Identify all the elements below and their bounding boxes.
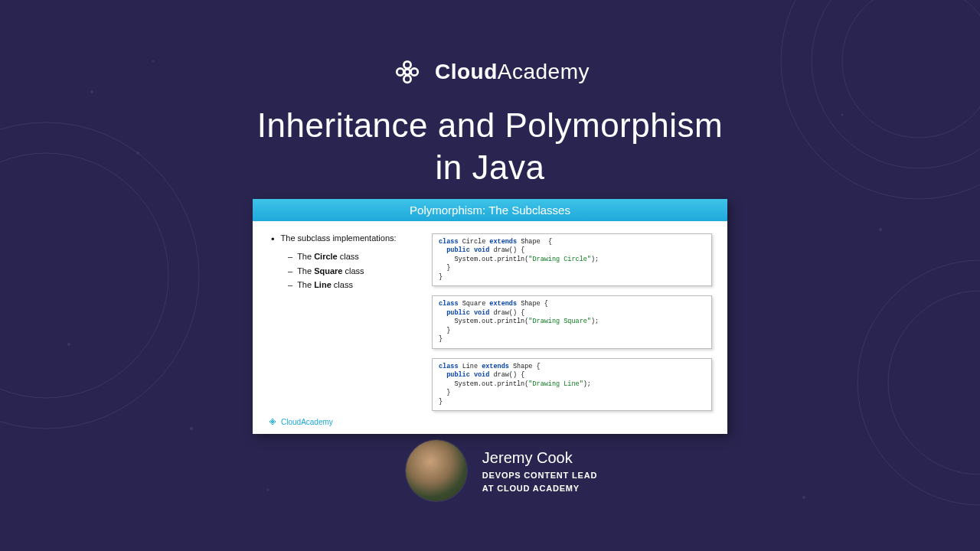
svg-point-9 [67,343,70,346]
svg-point-7 [90,90,93,93]
svg-point-19 [397,68,403,75]
svg-point-21 [272,419,274,421]
svg-point-20 [404,69,410,74]
cloud-academy-logo-icon [390,55,424,89]
svg-point-16 [403,61,410,68]
svg-point-24 [270,421,272,423]
svg-point-10 [190,427,193,430]
code-box-circle: class Circle extends Shape { public void… [432,233,712,286]
slide-header: Polymorphism: The Subclasses [253,199,727,221]
svg-point-25 [272,421,273,422]
svg-point-12 [879,228,882,231]
bullet-sub-line: –The Line class [271,278,416,292]
author-role-line2: AT CLOUD ACADEMY [482,483,597,494]
author-avatar [406,440,467,501]
svg-point-17 [411,68,418,75]
bullet-main: • The subclass implementations: [271,233,416,245]
author-role-line1: DEVOPS CONTENT LEAD [482,470,597,481]
bullet-sub-square: –The Square class [271,264,416,279]
slide-footer-brand: CloudAcademy [268,417,333,426]
author-info: Jeremy Cook DEVOPS CONTENT LEAD AT CLOUD… [482,447,597,495]
author-name: Jeremy Cook [482,447,597,468]
svg-point-6 [0,153,168,398]
slide-body: • The subclass implementations: –The Cir… [253,221,727,434]
slide-code-column: class Circle extends Shape { public void… [432,233,712,411]
embedded-slide: Polymorphism: The Subclasses • The subcl… [253,199,727,434]
author-byline: Jeremy Cook DEVOPS CONTENT LEAD AT CLOUD… [0,440,980,501]
course-title: Inheritance and Polymorphism in Java [0,104,980,188]
svg-point-23 [272,422,274,425]
svg-point-18 [403,76,410,83]
bullet-sub-circle: –The Circle class [271,249,416,264]
svg-point-22 [273,421,276,423]
code-box-line: class Line extends Shape { public void d… [432,358,712,411]
slide-bullet-column: • The subclass implementations: –The Cir… [271,233,416,411]
brand-logo: CloudAcademy [0,0,980,89]
code-box-square: class Square extends Shape { public void… [432,295,712,348]
brand-logo-text: CloudAcademy [435,60,590,84]
